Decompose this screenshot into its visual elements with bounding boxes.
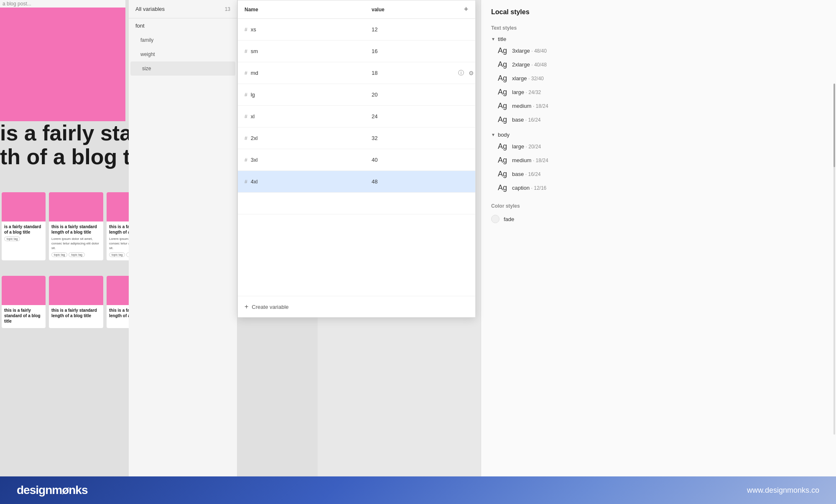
row-name: # md	[238, 70, 365, 76]
table-row[interactable]: # md 18 ⓘ ⚙	[238, 62, 475, 84]
card-body: this is a fairly standard of a blog titl…	[2, 305, 46, 328]
left-panel-header: All variables 13	[129, 0, 237, 18]
plus-icon: +	[245, 303, 248, 311]
ag-preview: Ag	[498, 156, 508, 165]
color-styles-header: Color styles	[481, 195, 836, 212]
hash-icon: #	[245, 48, 247, 54]
style-label: medium · 18/24	[512, 103, 548, 109]
style-item-body-base[interactable]: Ag base · 16/24	[481, 167, 836, 181]
style-size: · 48/40	[531, 48, 547, 54]
var-name-2xl: 2xl	[251, 135, 258, 141]
blog-card: this is a fairly standard of a blog titl…	[2, 276, 46, 328]
row-name: # sm	[238, 48, 365, 54]
hash-icon: #	[245, 135, 247, 141]
brand-name: designmønks	[17, 484, 87, 497]
style-item-base[interactable]: Ag base · 16/24	[481, 113, 836, 127]
style-label: large · 24/32	[512, 89, 541, 95]
row-name: # 4xl	[238, 178, 365, 185]
style-label: caption · 12/16	[512, 185, 546, 191]
table-row[interactable]: # lg 20	[238, 84, 475, 106]
chevron-down-icon: ▼	[491, 132, 495, 137]
chevron-down-icon: ▼	[491, 37, 495, 41]
bottom-bar: designmønks www.designmonks.co	[0, 476, 836, 504]
style-item-large[interactable]: Ag large · 24/32	[481, 85, 836, 99]
style-size: · 20/24	[526, 144, 541, 150]
var-name-3xl: 3xl	[251, 157, 258, 163]
row-value: 24	[365, 113, 457, 120]
ag-preview: Ag	[498, 46, 508, 55]
card-image	[49, 276, 103, 305]
style-label: base · 16/24	[512, 171, 541, 177]
row-value: 40	[365, 157, 457, 163]
ag-preview: Ag	[498, 170, 508, 178]
style-item-3xlarge[interactable]: Ag 3xlarge · 48/40	[481, 44, 836, 58]
style-item-caption[interactable]: Ag caption · 12/16	[481, 181, 836, 195]
card-image	[2, 192, 46, 221]
blog-card: this is a fairly standard length of a bl…	[49, 276, 103, 328]
scrollbar-thumb[interactable]	[833, 84, 835, 167]
table-row[interactable]: # 2xl 32	[238, 127, 475, 149]
hash-icon: #	[245, 179, 247, 185]
hash-icon: #	[245, 70, 247, 76]
table-row[interactable]: # sm 16	[238, 41, 475, 62]
pink-block-top: a blog post...	[0, 0, 125, 121]
card-body: this is a fairly standard length of a bl…	[49, 305, 103, 323]
style-item-medium[interactable]: Ag medium · 18/24	[481, 99, 836, 113]
row-actions[interactable]: ⓘ ⚙	[457, 69, 475, 77]
table-row[interactable]: # xl 24	[238, 106, 475, 127]
card-image	[49, 192, 103, 221]
var-name-xs: xs	[251, 26, 256, 33]
scrollbar[interactable]	[833, 84, 835, 435]
ag-preview: Ag	[498, 142, 508, 151]
blog-card: this is a fairly standard length of a bl…	[49, 192, 103, 260]
ag-preview: Ag	[498, 60, 508, 69]
style-item-2xlarge[interactable]: Ag 2xlarge · 40/48	[481, 58, 836, 71]
blog-post-label: a blog post...	[0, 0, 125, 8]
style-item-body-medium[interactable]: Ag medium · 18/24	[481, 153, 836, 167]
color-label: fade	[504, 216, 514, 222]
style-item-body-large[interactable]: Ag large · 20/24	[481, 140, 836, 153]
ag-preview: Ag	[498, 183, 508, 192]
hash-icon: #	[245, 92, 247, 98]
row-name: # 2xl	[238, 135, 365, 141]
card-title: this is a fairly standard of a blog titl…	[4, 308, 43, 324]
title-section-label: title	[498, 36, 506, 42]
body-section-toggle[interactable]: ▼ body	[481, 130, 836, 140]
local-styles-header: Local styles	[481, 0, 836, 20]
card-image	[2, 276, 46, 305]
brand-logo: designmønks	[17, 484, 87, 497]
tag-row: topic tag topic tag	[51, 252, 101, 257]
row-value: 32	[365, 135, 457, 141]
ag-preview: Ag	[498, 115, 508, 124]
style-size: · 40/48	[531, 62, 547, 68]
table-row[interactable]: # 4xl 48	[238, 171, 475, 193]
left-panel-item-family[interactable]: family	[129, 33, 237, 47]
brand-url: www.designmonks.co	[747, 486, 819, 495]
plus-icon[interactable]: +	[460, 4, 472, 15]
row-value: 12	[365, 26, 457, 33]
hash-icon: #	[245, 114, 247, 120]
style-size: · 12/16	[531, 185, 547, 191]
row-value: 16	[365, 48, 457, 54]
col-value-header: value	[365, 7, 457, 13]
settings-icon[interactable]: ⚙	[467, 69, 475, 77]
table-row[interactable]: # 3xl 40	[238, 149, 475, 171]
add-variable-button[interactable]: +	[457, 4, 475, 15]
left-panel-item-size[interactable]: size	[130, 61, 235, 76]
title-section-toggle[interactable]: ▼ title	[481, 34, 836, 44]
table-row[interactable]: # xs 12	[238, 19, 475, 41]
row-value: 48	[365, 178, 457, 185]
left-panel-item-weight[interactable]: weight	[129, 47, 237, 61]
blog-card: is a fairly standard of a blog title top…	[2, 192, 46, 260]
info-icon[interactable]: ⓘ	[457, 69, 465, 77]
color-style-fade[interactable]: fade	[481, 212, 836, 226]
table-header: Name value +	[238, 0, 475, 19]
variables-count: 13	[225, 6, 230, 12]
create-variable-button[interactable]: + Create variable	[238, 296, 475, 317]
left-panel-item-font[interactable]: font	[129, 18, 237, 33]
var-name-4xl: 4xl	[251, 178, 258, 185]
row-name: # lg	[238, 92, 365, 98]
style-item-xlarge[interactable]: Ag xlarge · 32/40	[481, 71, 836, 85]
color-swatch	[491, 215, 500, 223]
style-label: 3xlarge · 48/40	[512, 48, 547, 54]
